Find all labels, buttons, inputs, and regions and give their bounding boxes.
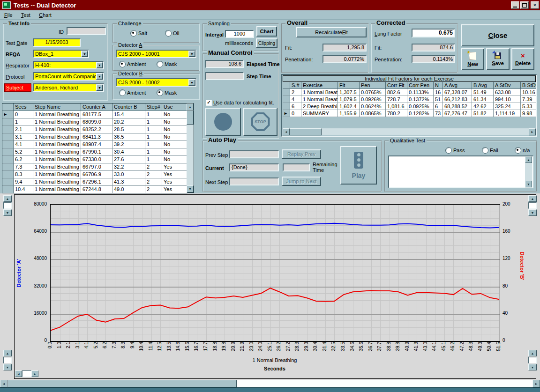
chart-spinner-up-icon[interactable]: ▲ — [3, 350, 12, 356]
salt-radio[interactable] — [130, 30, 137, 37]
fit-table-row[interactable]: ►0SUMMARY1,155.90.0865%780.20.1282%7367,… — [283, 110, 536, 117]
row-selector[interactable] — [283, 89, 290, 96]
samples-scroll-up-icon[interactable]: ▲ — [187, 104, 194, 111]
row-selector[interactable] — [2, 156, 14, 163]
chart-spinner-up-icon[interactable]: ▲ — [528, 195, 537, 202]
detector-a-combo[interactable]: CJS 2000 - 10001 ▼ — [116, 50, 196, 58]
lung-factor-field[interactable]: 0.675 — [412, 29, 455, 37]
rfqa-combo[interactable]: DBox_1 ▼ — [33, 50, 89, 58]
protocol-combo[interactable]: PortaCount with Companion ▼ — [33, 72, 104, 81]
interval-field[interactable]: 1000 — [225, 30, 254, 38]
chart-hspinner-right-icon[interactable]: ► — [31, 370, 38, 377]
chart-spinner-down-icon[interactable]: ▼ — [528, 209, 537, 216]
chart-spinner-down-icon[interactable]: ▼ — [3, 209, 12, 216]
qualitative-scroll-down-icon[interactable]: ▼ — [525, 181, 532, 187]
samples-table-vscrollbar[interactable]: ▲ ▼ — [187, 104, 194, 192]
test-date-field[interactable]: 1/15/2003 — [33, 38, 81, 47]
fit-scroll-right-icon[interactable]: ► — [529, 128, 536, 135]
row-selector[interactable] — [2, 141, 14, 148]
detector-b-mask-radio[interactable] — [157, 89, 163, 96]
na-radio[interactable] — [515, 147, 521, 154]
detector-a-mask-radio[interactable] — [157, 61, 163, 67]
detector-b-combo[interactable]: CJS 2000 - 10002 ▼ — [116, 78, 196, 87]
id-field[interactable] — [67, 27, 106, 35]
fit-table-row[interactable]: 62 Deep Breathing1,602.40.0624%1,081.60.… — [283, 103, 536, 110]
stop-button[interactable]: STOP — [243, 108, 278, 136]
menu-test[interactable]: Test — [17, 11, 35, 19]
samples-table-row[interactable]: 9.41 Normal Breathing67296.141.32Yes — [2, 178, 194, 186]
samples-table-row[interactable]: 11 Normal Breathing68099.020.21No — [2, 118, 194, 126]
chart-spinner-up-icon[interactable]: ▲ — [3, 195, 12, 202]
fit-scroll-thumb[interactable] — [290, 128, 322, 135]
samples-table-row[interactable]: 7.31 Normal Breathing66797.032.22Yes — [2, 163, 194, 171]
minimize-button[interactable] — [511, 1, 519, 9]
subject-dropdown-arrow-icon[interactable]: ▼ — [96, 84, 103, 91]
chart-spinner-down-icon[interactable]: ▼ — [3, 364, 12, 370]
samples-scroll-thumb[interactable] — [187, 111, 194, 125]
row-selector[interactable] — [2, 186, 14, 193]
row-selector[interactable] — [283, 96, 290, 103]
samples-table-row[interactable]: ►01 Normal Breathing68177.515.41No — [2, 111, 194, 118]
chart-spinner-box[interactable] — [528, 202, 537, 209]
chart-scroll-left-icon[interactable]: ◄ — [0, 380, 8, 387]
samples-table-row[interactable]: 5.21 Normal Breathing67990.130.41No — [2, 148, 194, 156]
detector-a-ambient-radio[interactable] — [119, 61, 126, 67]
row-selector[interactable] — [2, 133, 14, 141]
row-selector[interactable]: ► — [2, 111, 14, 118]
row-selector[interactable] — [2, 171, 14, 178]
row-selector[interactable] — [2, 126, 14, 133]
rfqa-dropdown-arrow-icon[interactable]: ▼ — [81, 51, 88, 57]
subject-combo[interactable]: Anderson, Richard ▼ — [33, 83, 104, 92]
samples-table-row[interactable]: 4.11 Normal Breathing68907.439.21No — [2, 141, 194, 148]
detector-b-ambient-radio[interactable] — [119, 89, 126, 96]
respirator-combo[interactable]: H-410: ▼ — [33, 61, 104, 69]
pass-radio[interactable] — [445, 147, 452, 154]
detector-a-dropdown-arrow-icon[interactable]: ▼ — [188, 51, 195, 57]
oil-radio[interactable] — [165, 30, 172, 37]
samples-table-row[interactable]: 2.11 Normal Breathing68252.228.51No — [2, 126, 194, 133]
chart-hspinner-left-icon[interactable]: ◄ — [15, 370, 22, 377]
replay-prev-button[interactable]: Replay Prev — [282, 149, 321, 159]
chart-spinner-box[interactable] — [528, 357, 537, 363]
use-data-checkbox[interactable]: ✓ — [206, 100, 212, 106]
chart-hscrollbar[interactable]: ◄ ► — [0, 380, 540, 387]
new-button[interactable]: * New — [461, 48, 484, 70]
menu-chart[interactable]: Chart — [35, 11, 56, 19]
fit-table-row[interactable]: 21 Normal Breathing1,307.50.0765%882.60.… — [283, 89, 536, 96]
fit-scroll-left-icon[interactable]: ◄ — [283, 128, 290, 135]
fit-table-row[interactable]: 41 Normal Breathing1,079.50.0926%728.70.… — [283, 96, 536, 103]
recalculate-fit-button[interactable]: Recalculate Fit — [296, 27, 367, 37]
samples-table-row[interactable]: 8.31 Normal Breathing66706.933.02Yes — [2, 171, 194, 178]
samples-table-row[interactable]: 3.11 Normal Breathing68411.336.51No — [2, 133, 194, 141]
samples-scroll-down-icon[interactable]: ▼ — [187, 185, 194, 192]
close-window-button[interactable]: × — [531, 1, 539, 9]
chart-button[interactable]: Chart — [256, 26, 277, 37]
fail-radio[interactable] — [482, 147, 488, 154]
respirator-dropdown-arrow-icon[interactable]: ▼ — [96, 62, 103, 68]
row-selector[interactable]: ► — [283, 110, 290, 117]
record-button[interactable] — [205, 108, 241, 136]
row-selector[interactable] — [2, 148, 14, 156]
row-selector[interactable] — [2, 178, 14, 186]
delete-button[interactable]: × Delete — [511, 48, 534, 70]
qualitative-scroll-up-icon[interactable]: ▲ — [525, 156, 532, 163]
row-selector[interactable] — [283, 103, 290, 110]
maximize-button[interactable] — [520, 1, 529, 9]
row-selector[interactable] — [2, 163, 14, 171]
chart-spinner-down-icon[interactable]: ▼ — [528, 364, 537, 370]
qualitative-vscrollbar[interactable]: ▲ ▼ — [525, 156, 532, 187]
chart-spinner-box[interactable] — [3, 202, 12, 209]
qualitative-notes-textarea[interactable] — [388, 155, 533, 188]
save-button[interactable]: Save — [486, 48, 510, 70]
samples-table-row[interactable]: 10.41 Normal Breathing67244.849.02Yes — [2, 186, 194, 193]
chart-spinner-up-icon[interactable]: ▲ — [528, 350, 537, 356]
samples-table-row[interactable]: 6.21 Normal Breathing67330.027.61No — [2, 156, 194, 163]
close-button[interactable]: Close — [461, 24, 534, 46]
protocol-dropdown-arrow-icon[interactable]: ▼ — [96, 73, 103, 80]
fit-factors-hscrollbar[interactable]: ◄ ► — [283, 128, 536, 135]
chart-hspinner-box[interactable] — [22, 370, 31, 377]
menu-file[interactable]: File — [0, 11, 17, 19]
play-button[interactable]: Play — [340, 146, 377, 185]
chart-spinner-box[interactable] — [3, 357, 12, 363]
clipping-button[interactable]: Clipping — [256, 38, 278, 48]
